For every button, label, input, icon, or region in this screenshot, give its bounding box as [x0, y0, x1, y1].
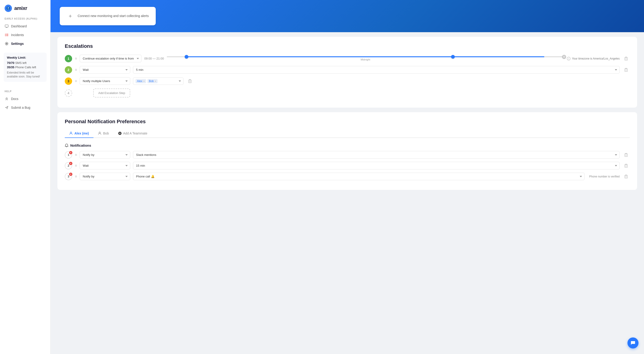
svg-rect-6 — [5, 34, 6, 34]
red-dot-2: 0 — [69, 162, 72, 165]
notif-method-select-2[interactable]: 15 min — [133, 162, 620, 169]
notif-method-select-1[interactable]: Slack mentions — [133, 151, 620, 159]
escalation-step-2: 2 ≡ Wait 5 min — [65, 66, 630, 74]
person-icon-alex — [69, 132, 72, 135]
svg-rect-10 — [5, 36, 6, 36]
step-type-select-2[interactable]: Wait — [80, 66, 130, 74]
paper-plane-icon — [4, 106, 9, 110]
remove-alex[interactable]: × — [143, 80, 145, 83]
red-dot-1: 0 — [69, 151, 72, 154]
step-badge-1: 1 — [65, 55, 72, 62]
limits-note: Extended limits will be available soon. … — [7, 71, 44, 79]
notif-drag-1[interactable]: ≡ — [75, 153, 77, 157]
sidebar-item-incidents[interactable]: Incidents — [0, 31, 50, 39]
notif-type-select-2[interactable]: Wait — [80, 162, 130, 169]
notif-type-select-3[interactable]: Notify by — [80, 173, 130, 180]
tab-bob-label: Bob — [103, 132, 109, 135]
sidebar-item-settings[interactable]: Settings — [0, 39, 50, 48]
sidebar-item-docs[interactable]: Docs — [0, 95, 50, 103]
step-badge-4: 4 — [65, 89, 72, 97]
step-badge-2: 2 — [65, 66, 72, 74]
slider-thumb-right[interactable] — [451, 55, 455, 59]
person-icon-bob — [98, 132, 101, 135]
personal-notif-card: Personal Notification Preferences Alex (… — [58, 112, 637, 190]
notifications-header: Notifications — [65, 143, 630, 147]
svg-rect-46 — [625, 165, 628, 167]
escalation-step-3: 3 ≡ Notify multiple Users Alex × Bob × — [65, 77, 630, 85]
main-content: + Connect new monitoring and start colle… — [50, 0, 644, 354]
notif-badge-2: 2 0 — [65, 162, 72, 169]
personal-notif-title: Personal Notification Preferences — [65, 119, 630, 125]
notif-drag-3[interactable]: ≡ — [75, 174, 77, 179]
delete-notif-3[interactable] — [622, 173, 630, 180]
step-badge-3: 3 — [65, 78, 72, 85]
limits-title: Weekly Limit: — [7, 56, 44, 59]
escalation-step-4: 4 Add Escalation Step — [65, 89, 630, 98]
notif-row-3: 3 0 ≡ Notify by Phone call 🔔 Phone numbe… — [65, 173, 630, 180]
notif-row-1: 1 0 ≡ Notify by Slack mentions — [65, 151, 630, 159]
slider-track — [167, 56, 564, 57]
trash-icon-n1 — [624, 153, 628, 157]
svg-rect-17 — [625, 58, 628, 60]
top-banner: + Connect new monitoring and start colle… — [50, 0, 644, 32]
remove-bob[interactable]: × — [154, 80, 156, 83]
red-dot-3: 0 — [69, 173, 72, 176]
users-select[interactable]: Alex × Bob × — [133, 78, 184, 85]
logo-icon — [4, 5, 12, 12]
notif-badge-3: 3 0 — [65, 173, 72, 180]
docs-label: Docs — [11, 97, 18, 101]
step-type-select-3[interactable]: Notify multiple Users — [80, 77, 130, 85]
plus-icon: + — [66, 13, 74, 20]
sidebar-item-bug[interactable]: Submit a Bug — [0, 103, 50, 112]
slider-thumb-left[interactable] — [185, 55, 188, 59]
notif-badge-1: 1 0 — [65, 151, 72, 159]
step-duration-select-2[interactable]: 5 min — [133, 66, 620, 74]
notif-drag-2[interactable]: ≡ — [75, 164, 77, 168]
help-label: HELP — [0, 86, 50, 95]
add-escalation-step-button[interactable]: Add Escalation Step — [93, 89, 130, 98]
tab-bob[interactable]: Bob — [94, 129, 114, 138]
svg-rect-8 — [5, 35, 6, 35]
sidebar: amixr EARLY ACCESS (ALPHA): Dashboard In… — [0, 0, 50, 354]
svg-rect-11 — [6, 36, 8, 36]
sidebar-item-dashboard[interactable]: Dashboard — [0, 22, 50, 31]
bell-icon — [65, 144, 68, 147]
svg-text:i: i — [568, 58, 569, 60]
timezone-info: i Your timezone is America/Los_Angeles — [567, 57, 620, 61]
step-type-select-1[interactable]: Continue escalation only if time is from — [80, 55, 142, 62]
delete-notif-1[interactable] — [622, 151, 630, 159]
gear-icon — [4, 42, 9, 46]
connect-card[interactable]: + Connect new monitoring and start colle… — [60, 7, 156, 25]
notif-type-select-1[interactable]: Notify by — [80, 151, 130, 159]
tab-alex[interactable]: Alex (me) — [65, 129, 94, 138]
delete-notif-2[interactable] — [622, 162, 630, 169]
svg-rect-40 — [625, 154, 628, 157]
list-icon — [4, 33, 9, 37]
chat-bubble[interactable] — [628, 337, 638, 348]
trash-icon-3 — [188, 79, 192, 83]
svg-rect-9 — [6, 35, 8, 35]
drag-handle-1[interactable]: ≡ — [75, 57, 77, 61]
notif-method-select-3[interactable]: Phone call 🔔 — [133, 173, 584, 180]
trash-icon-2 — [624, 68, 628, 72]
escalation-step-1: 1 ≡ Continue escalation only if time is … — [65, 55, 630, 62]
sidebar-limits: Weekly Limit: 70/70 SMS left 35/35 Phone… — [4, 53, 46, 82]
delete-step-3[interactable] — [186, 78, 194, 85]
drag-handle-3[interactable]: ≡ — [75, 79, 77, 83]
phone-limit: 35/35 Phone Calls left — [7, 66, 44, 69]
add-teammate-label: Add A Teammate — [123, 132, 148, 135]
notif-row-2: 2 0 ≡ Wait 15 min — [65, 162, 630, 169]
svg-point-35 — [70, 132, 72, 133]
svg-point-12 — [6, 43, 7, 44]
delete-step-2[interactable] — [622, 66, 630, 74]
chat-icon — [630, 340, 636, 345]
tab-add-teammate[interactable]: Add A Teammate — [114, 129, 152, 137]
delete-step-1[interactable] — [622, 55, 630, 62]
svg-rect-23 — [625, 69, 628, 72]
tab-alex-label: Alex (me) — [74, 132, 89, 135]
escalations-card: Escalations 1 ≡ Continue escalation only… — [58, 37, 637, 108]
drag-handle-2[interactable]: ≡ — [75, 68, 77, 72]
app-name: amixr — [14, 5, 27, 11]
trash-icon-n2 — [624, 164, 628, 168]
time-range-area: 09:00 — 21:00 Midnight — [144, 56, 564, 61]
